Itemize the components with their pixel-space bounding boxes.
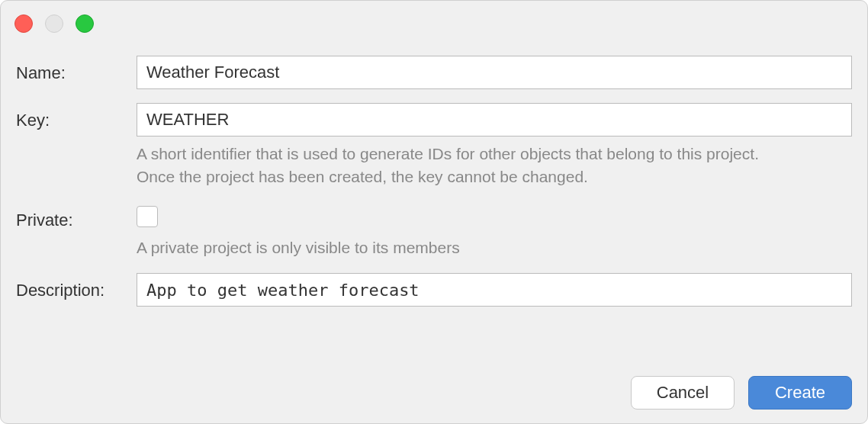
- name-row: Name:: [16, 56, 852, 89]
- create-button[interactable]: Create: [748, 376, 852, 410]
- minimize-window-button[interactable]: [45, 14, 63, 33]
- key-help-line1: A short identifier that is used to gener…: [137, 145, 759, 162]
- key-label: Key:: [16, 103, 137, 130]
- key-help-line2: Once the project has been created, the k…: [137, 168, 588, 185]
- key-row: Key: A short identifier that is used to …: [16, 103, 852, 189]
- private-checkbox[interactable]: [137, 206, 158, 227]
- form-content: Name: Key: A short identifier that is us…: [16, 56, 852, 307]
- description-label: Description:: [16, 273, 137, 300]
- name-label: Name:: [16, 56, 137, 83]
- dialog-window: Name: Key: A short identifier that is us…: [0, 0, 868, 424]
- private-label: Private:: [16, 203, 137, 230]
- dialog-buttons: Cancel Create: [631, 376, 852, 410]
- private-help: A private project is only visible to its…: [137, 236, 852, 259]
- description-row: Description:: [16, 273, 852, 307]
- name-input[interactable]: [137, 56, 852, 89]
- private-row: Private: A private project is only visib…: [16, 203, 852, 259]
- key-help: A short identifier that is used to gener…: [137, 143, 852, 189]
- description-input[interactable]: [137, 273, 852, 307]
- cancel-button[interactable]: Cancel: [631, 376, 735, 410]
- key-input[interactable]: [137, 103, 852, 137]
- window-controls: [14, 14, 94, 33]
- maximize-window-button[interactable]: [76, 14, 94, 33]
- close-window-button[interactable]: [14, 14, 33, 33]
